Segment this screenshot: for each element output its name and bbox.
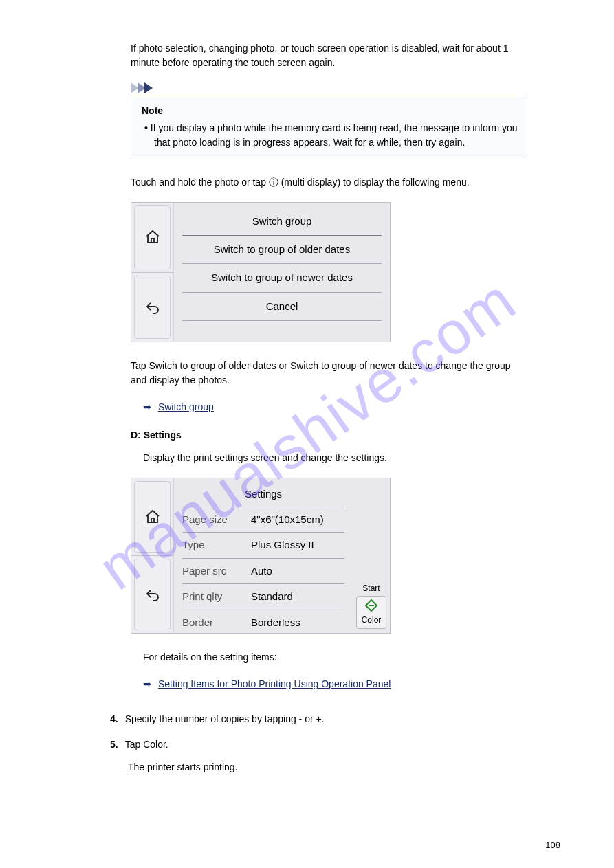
switch-group-link[interactable]: Switch group (158, 401, 214, 412)
settings-row-border[interactable]: Border Borderless (182, 610, 344, 634)
arrow-icon: ➡ (143, 400, 151, 414)
settings-list: Settings Page size 4"x6"(10x15cm) Type P… (174, 478, 353, 633)
arrow-icon: ➡ (143, 677, 151, 691)
note-body-text: If you display a photo while the memory … (151, 122, 518, 148)
color-start-button[interactable]: Color (356, 596, 386, 629)
step-text: Tap Color. (125, 737, 168, 752)
settings-val: Borderless (251, 615, 300, 631)
step-number: 5. (110, 737, 118, 752)
intro-paragraph-2: Touch and hold the photo or tap ⓘ (multi… (131, 175, 525, 190)
settings-val: Auto (251, 564, 272, 579)
svg-marker-2 (144, 82, 153, 93)
back-button[interactable] (131, 273, 173, 342)
page-number: 108 (545, 838, 560, 852)
settings-key: Border (182, 615, 251, 631)
link-row-switch-group: ➡ Switch group (143, 400, 566, 414)
back-button[interactable] (131, 556, 173, 633)
step-result: The printer starts printing. (128, 760, 566, 775)
home-button[interactable] (131, 203, 173, 273)
settings-key: Page size (182, 512, 251, 528)
note-title: Note (142, 104, 518, 118)
step-5: 5. Tap Color. (110, 737, 566, 752)
group-instruction: Tap Switch to group of older dates or Sw… (131, 359, 525, 388)
menu-item-newer[interactable]: Switch to group of newer dates (182, 264, 382, 293)
note-body: • If you display a photo while the memor… (142, 121, 518, 150)
details-text: For details on the setting items: (143, 650, 525, 665)
svg-rect-4 (151, 518, 154, 522)
home-button[interactable] (131, 478, 173, 556)
start-column: Start Color (353, 478, 390, 633)
section-d-prefix: D: (131, 430, 144, 441)
settings-val: Plus Glossy II (251, 537, 314, 553)
menu-item-older[interactable]: Switch to group of older dates (182, 236, 382, 265)
note-box: Note • If you display a photo while the … (131, 98, 525, 157)
settings-key: Paper src (182, 564, 251, 579)
settings-title: Settings (182, 482, 344, 507)
settings-row-type[interactable]: Type Plus Glossy II (182, 533, 344, 559)
step-text: Specify the number of copies by tapping … (125, 712, 325, 726)
step-4: 4. Specify the number of copies by tappi… (110, 712, 566, 726)
menu-blank-row (182, 321, 382, 337)
settings-row-printqlty[interactable]: Print qlty Standard (182, 584, 344, 610)
menu-title: Switch group (182, 208, 382, 236)
intro-paragraph-1: If photo selection, changing photo, or t… (131, 41, 525, 70)
section-d-strong: Settings (144, 430, 182, 441)
svg-rect-3 (151, 238, 154, 243)
settings-key: Type (182, 537, 251, 553)
switch-group-menu: Switch group Switch to group of older da… (174, 203, 390, 342)
link-row-setting-items: ➡ Setting Items for Photo Printing Using… (143, 677, 566, 691)
printer-screen-switch-group: Switch group Switch to group of older da… (131, 202, 566, 342)
settings-val: Standard (251, 589, 293, 605)
settings-row-pagesize[interactable]: Page size 4"x6"(10x15cm) (182, 507, 344, 533)
page-content: If photo selection, changing photo, or t… (0, 0, 614, 802)
note-bullet: • (144, 122, 151, 133)
step-number: 4. (110, 712, 118, 726)
start-label: Start (362, 582, 380, 594)
settings-key: Print qlty (182, 589, 251, 605)
settings-intro: Display the print settings screen and ch… (143, 451, 525, 465)
settings-row-papersrc[interactable]: Paper src Auto (182, 559, 344, 585)
settings-val: 4"x6"(10x15cm) (251, 512, 324, 528)
setting-items-link[interactable]: Setting Items for Photo Printing Using O… (158, 678, 391, 689)
color-label: Color (362, 614, 382, 626)
printer-screen-settings: Settings Page size 4"x6"(10x15cm) Type P… (131, 478, 566, 634)
note-chevrons-icon (131, 82, 566, 93)
screen-left-buttons (131, 203, 174, 342)
menu-item-cancel[interactable]: Cancel (182, 293, 382, 322)
screen2-left-buttons (131, 478, 174, 633)
section-d-label: D: Settings (131, 428, 566, 443)
